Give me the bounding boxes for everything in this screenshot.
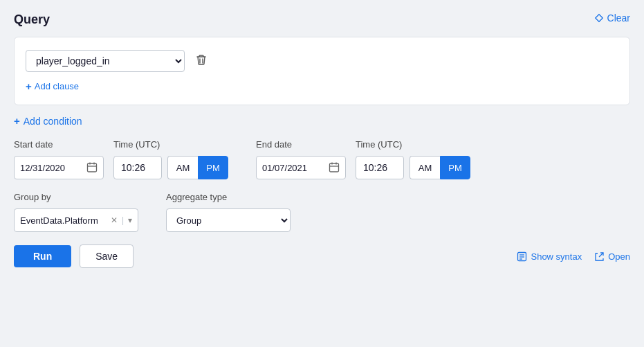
start-date-label: Start date [14,139,104,150]
add-condition-button[interactable]: + Add condition [14,115,630,127]
start-time-label: Time (UTC) [113,139,162,150]
bottom-row: Group by EventData.Platform ✕ | ▾ Aggreg… [14,192,630,232]
svg-rect-1 [88,163,97,172]
run-button[interactable]: Run [14,245,71,267]
start-date-input[interactable] [20,163,82,173]
add-clause-button[interactable]: + Add clause [26,80,79,92]
svg-rect-5 [330,163,339,172]
dropdown-group-icon[interactable]: ▾ [128,215,132,225]
svg-line-13 [599,253,603,257]
clear-group-icon[interactable]: ✕ [111,215,118,225]
start-time-input[interactable] [113,156,162,179]
show-syntax-button[interactable]: Show syntax [517,251,582,262]
trash-icon [196,54,207,66]
aggregate-label: Aggregate type [166,192,291,202]
aggregate-section: Aggregate type Group Count Sum Average [166,192,291,232]
svg-marker-0 [595,15,602,22]
aggregate-select[interactable]: Group Count Sum Average [166,208,291,232]
end-date-group: End date [256,139,346,179]
end-date-input-wrap [256,156,346,179]
start-time-group: Time (UTC) [113,139,162,179]
end-date-input[interactable] [262,163,324,173]
start-date-group: Start date [14,139,104,179]
date-time-section: Start date Time (UTC) AM PM End date [14,139,630,179]
group-by-section: Group by EventData.Platform ✕ | ▾ [14,192,138,232]
condition-box: player_logged_in player_logged_out playe… [14,37,630,105]
group-by-value: EventData.Platform [20,215,107,226]
open-icon [594,251,605,262]
clause-row: player_logged_in player_logged_out playe… [26,50,618,72]
end-time-group: Time (UTC) [356,139,404,179]
end-ampm-group: AM PM [410,156,470,179]
end-time-label: Time (UTC) [356,139,404,150]
start-calendar-icon[interactable] [86,161,98,175]
start-am-button[interactable]: AM [167,156,198,179]
right-actions: Show syntax Open [517,251,630,262]
end-calendar-icon[interactable] [329,161,340,175]
group-by-icons: ✕ | ▾ [111,215,132,225]
save-button[interactable]: Save [80,244,134,268]
clear-button[interactable]: Clear [594,12,630,24]
left-actions: Run Save [14,244,134,268]
divider-icon: | [122,215,124,225]
syntax-icon [517,251,527,262]
end-pm-button[interactable]: PM [440,156,470,179]
end-time-input[interactable] [356,156,404,179]
start-pm-button[interactable]: PM [198,156,228,179]
actions-row: Run Save Show syntax Open [14,244,630,268]
end-am-button[interactable]: AM [410,156,440,179]
plus-icon: + [26,80,32,92]
open-button[interactable]: Open [594,251,630,262]
group-by-label: Group by [14,192,138,202]
start-ampm-group: AM PM [167,156,228,179]
diamond-icon [594,13,604,23]
start-date-input-wrap [14,156,104,179]
delete-clause-button[interactable] [192,51,211,71]
page-title: Query [14,12,50,26]
plus-icon-condition: + [14,115,20,127]
event-select[interactable]: player_logged_in player_logged_out playe… [26,50,185,72]
end-date-label: End date [256,139,346,150]
group-by-input-wrap: EventData.Platform ✕ | ▾ [14,208,138,232]
